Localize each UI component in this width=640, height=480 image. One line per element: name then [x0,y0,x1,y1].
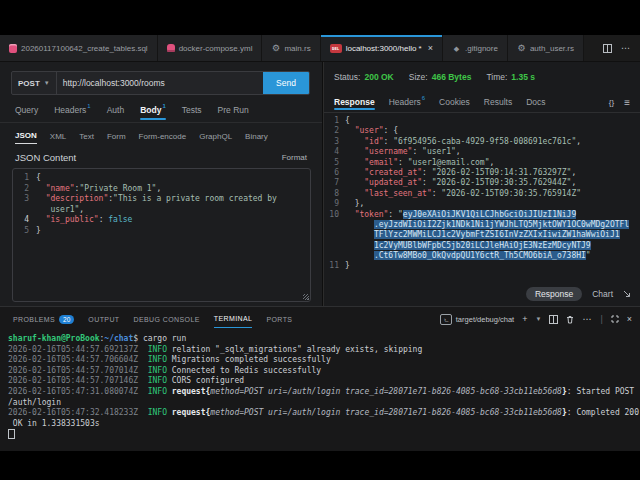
terminal-dropdown-icon[interactable]: ▼ [535,316,541,322]
body-type-tab-xml[interactable]: XML [50,129,66,144]
response-tab-results[interactable]: Results [484,94,512,110]
status-item: Status: 200 OK [334,72,394,82]
request-tab-headers[interactable]: Headers 1 [54,100,90,120]
code-line: 3 "description":"This is a private room … [15,194,310,205]
time-value: 1.35 s [511,72,535,82]
split-terminal-icon[interactable] [549,315,558,324]
code-line: 2 "name":"Private Room 1", [15,184,310,195]
code-line: sharuf-khan@ProBook:~/chat$ cargo run [8,334,640,345]
code-line: .Ct6Tw8MBo0_OkQvdpQU1Y6ctR_Th5CMO6biA_o7… [327,251,640,261]
gear-icon [517,44,526,53]
url-input[interactable]: http://localhost:3000/rooms [57,72,263,94]
method-dropdown[interactable]: POST ▼ [12,72,57,94]
panel-tab-terminal[interactable]: TERMINAL [214,310,253,328]
request-bar: POST ▼ http://localhost:3000/rooms Send [11,71,310,95]
body-type-tab-graphql[interactable]: GraphQL [199,129,232,144]
response-tab-cookies[interactable]: Cookies [439,94,470,110]
body-type-tab-text[interactable]: Text [79,129,94,144]
response-view-toggle[interactable]: Response [526,287,582,301]
editor-tab-gitignore[interactable]: .gitignore [443,35,508,61]
code-line: 2026-02-16T05:44:57.706604Z INFO Migrati… [8,355,640,366]
request-tabs: Query Headers 1 Auth [0,98,322,123]
problems-count-badge: 20 [59,315,74,324]
editor-tab-main-rs[interactable]: main.rs [262,35,320,61]
editor-tab-auth-user-rs[interactable]: auth_user.rs [508,35,584,61]
response-body[interactable]: 1{2 "user": {3 "id": "6f954956-caba-4929… [324,113,640,306]
split-editor-icon[interactable] [603,44,612,53]
new-terminal-icon[interactable]: + [522,314,527,324]
code-line: 5} [15,226,310,237]
code-line: .eyJzdWIiOiI2Zjk1NDk1Ni1jYWJhLTQ5MjktOWY… [327,220,640,230]
request-tab-pre-run[interactable]: Pre Run [218,100,249,120]
send-button[interactable]: Send [263,72,309,94]
terminal-selector[interactable]: target/debug/chat [440,314,514,325]
count-badge: 6 [422,95,425,101]
code-line: OK in 1.338331503s [8,419,640,430]
body-type-tab-json[interactable]: JSON [15,128,37,144]
code-line: 1{ [15,173,310,184]
request-body-editor[interactable]: 1{2 "name":"Private Room 1",3 "descripti… [12,168,311,302]
status-value: 200 OK [364,72,393,82]
bottom-panel: PROBLEMS 20 OUTPUT DEBUG CONSOLE [0,306,640,451]
expand-arrow-icon[interactable] [623,290,631,298]
panel-tabs: PROBLEMS 20 OUTPUT DEBUG CONSOLE [13,310,292,329]
code-line: 2026-02-16T05:47:31.080074Z INFO request… [8,387,640,398]
code-line: 10 "token": "eyJ0eXAiOiJKV1QiLCJhbGciOiJ… [327,210,640,220]
size-item: Size: 466 Bytes [409,72,472,82]
request-tab-auth[interactable]: Auth [107,100,125,120]
response-status-bar: Status: 200 OK Size: 466 Bytes Time: 1.3… [324,62,640,92]
code-line: 9 }, [327,199,640,209]
tab-actions: ⋯ [594,35,640,61]
close-panel-icon[interactable]: × [627,314,632,324]
code-line: 7 "updated_at": "2026-02-15T09:30:35.762… [327,178,640,188]
editor-tab-localhost-3000-hello[interactable]: DEL localhost:3000/hello * × [321,35,443,61]
response-tab-response[interactable]: Response [334,94,375,110]
request-tab-tests[interactable]: Tests [182,100,202,120]
response-view-switcher: Response Chart [526,287,631,301]
panel-tab-debug-console[interactable]: DEBUG CONSOLE [134,311,200,328]
json-content-label: JSON Content [15,152,76,163]
response-tab-docs[interactable]: Docs [526,94,545,110]
code-line: 11} [327,261,640,271]
panel-tab-problems[interactable]: PROBLEMS 20 [13,310,74,329]
menu-icon[interactable]: ≡ [624,97,630,108]
editor-tabs: 20260117100642_create_tables.sql docker-… [0,35,594,61]
body-type-tab-form[interactable]: Form [107,129,126,144]
body-type-tab-binary[interactable]: Binary [245,129,268,144]
code-line: user1", [15,205,310,216]
maximize-panel-icon[interactable] [611,315,619,323]
terminal-toolbar: target/debug/chat + ▼ ⋯ | × [440,314,632,325]
chevron-down-icon: ▼ [44,80,50,86]
panel-header: PROBLEMS 20 OUTPUT DEBUG CONSOLE [0,307,640,331]
panel-more-icon[interactable]: ⋯ [582,314,592,324]
response-tabs: Response Headers 6 Cookies [334,94,546,110]
panel-tab-output[interactable]: OUTPUT [88,311,119,328]
code-line: 2 "user": { [327,126,640,136]
method-label: POST [18,79,40,88]
close-icon[interactable]: × [428,43,433,53]
request-panel: POST ▼ http://localhost:3000/rooms Send … [0,62,323,306]
gear-icon [271,44,280,53]
code-line: 4 "is_public": false [15,215,310,226]
format-button[interactable]: Format [282,153,307,162]
body-content-header: JSON Content Format [0,152,322,163]
more-actions-icon[interactable]: ⋯ [621,43,631,53]
chart-view-toggle[interactable]: Chart [592,289,613,299]
format-json-icon[interactable]: {} [609,98,614,107]
diamond-icon [452,44,461,53]
panel-tab-ports[interactable]: PORTS [266,311,292,328]
request-tab-body[interactable]: Body 1 [140,100,166,120]
db-icon [9,44,17,53]
body-type-tab-form-encode[interactable]: Form-encode [139,129,187,144]
terminal-output[interactable]: sharuf-khan@ProBook:~/chat$ cargo run202… [0,331,640,451]
editor-tab-20260117100642-create-tables-sql[interactable]: 20260117100642_create_tables.sql [0,35,158,61]
rest-icon: DEL [330,44,342,53]
resize-handle-icon[interactable] [303,294,309,300]
response-tabs-row: Response Headers 6 Cookies [324,92,640,113]
request-tab-query[interactable]: Query [15,100,38,120]
editor-tab-docker-compose-yml[interactable]: docker-compose.yml [158,35,263,61]
response-tab-headers[interactable]: Headers 6 [389,94,425,110]
kill-terminal-icon[interactable] [566,315,574,324]
time-item: Time: 1.35 s [486,72,535,82]
count-badge: 1 [162,103,165,109]
